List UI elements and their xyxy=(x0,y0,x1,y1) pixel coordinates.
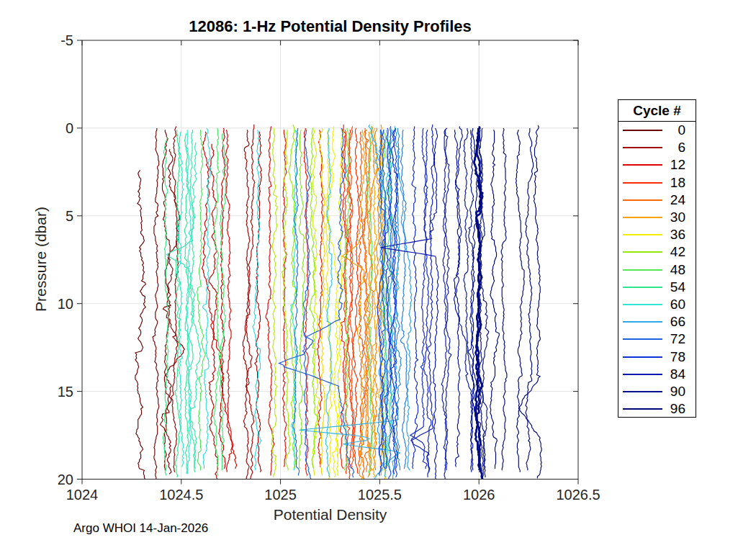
y-tick-label: -5 xyxy=(60,32,73,48)
legend-entry-label: 78 xyxy=(662,349,696,365)
y-tick-label: 5 xyxy=(66,208,73,224)
profile-line xyxy=(171,127,179,472)
profile-line xyxy=(501,128,507,470)
legend-entry: 90 xyxy=(618,383,696,400)
profile-line xyxy=(214,128,220,476)
legend-color-line xyxy=(623,199,662,201)
legend-entry: 36 xyxy=(618,226,696,243)
legend-entry: 60 xyxy=(618,296,696,313)
profile-line xyxy=(441,130,448,479)
legend-color-line xyxy=(623,408,662,410)
x-tick-label: 1026.5 xyxy=(556,487,600,503)
legend-entry: 6 xyxy=(618,139,696,156)
legend-color-line xyxy=(623,234,662,235)
legend-entry-label: 12 xyxy=(662,157,696,173)
legend-entry: 72 xyxy=(618,330,696,348)
legend-entry-label: 72 xyxy=(662,331,696,347)
profile-line xyxy=(135,170,145,479)
legend-title: Cycle # xyxy=(618,100,696,122)
legend-entry-label: 18 xyxy=(662,175,696,191)
legend-entry-label: 30 xyxy=(662,210,696,225)
figure-window: 12086: 1-Hz Potential Density Profiles 1… xyxy=(0,0,756,540)
legend-entry: 96 xyxy=(618,400,696,418)
profile-line xyxy=(468,130,474,470)
legend-color-line xyxy=(623,147,662,148)
legend-entry-label: 60 xyxy=(662,297,696,312)
y-tick-label: 15 xyxy=(58,384,73,400)
legend-entry-label: 0 xyxy=(662,122,696,138)
legend-entry: 54 xyxy=(618,279,696,296)
legend-entry: 24 xyxy=(618,192,696,209)
legend-entries: 06121824303642485460667278849096 xyxy=(618,122,696,417)
profile-line xyxy=(349,127,354,469)
legend-entry-label: 54 xyxy=(662,279,696,295)
y-axis-label: Pressure (dbar) xyxy=(32,207,50,312)
profile-line xyxy=(197,130,206,470)
y-tick-label: 20 xyxy=(58,472,73,487)
legend-entry-label: 42 xyxy=(662,244,696,260)
legend-color-line xyxy=(623,269,662,271)
profile-line xyxy=(412,127,418,469)
legend-entry: 18 xyxy=(618,174,696,192)
y-tick-label: 0 xyxy=(66,120,73,136)
profile-line xyxy=(353,128,360,474)
profile-line xyxy=(282,130,290,470)
legend-color-line xyxy=(623,287,662,288)
legend-entry: 66 xyxy=(618,313,696,330)
y-tick-label: 10 xyxy=(58,296,73,312)
legend-entry: 0 xyxy=(618,122,696,139)
x-tick-label: 1025 xyxy=(264,487,297,503)
x-tick-label: 1024.5 xyxy=(159,487,203,503)
legend-entry: 78 xyxy=(618,348,696,365)
legend-entry-label: 6 xyxy=(662,140,696,156)
profile-line xyxy=(344,128,350,470)
legend-entry: 42 xyxy=(618,243,696,261)
legend-entry: 84 xyxy=(618,366,696,383)
profile-line xyxy=(161,149,185,474)
legend-color-line xyxy=(623,321,662,323)
profile-line xyxy=(454,127,463,467)
legend-color-line xyxy=(623,182,662,184)
legend-color-line xyxy=(623,391,662,392)
x-tick-label: 1024 xyxy=(66,487,99,503)
legend-color-line xyxy=(623,304,662,305)
legend-color-line xyxy=(623,374,662,375)
legend-entry-label: 24 xyxy=(662,192,696,208)
legend-entry: 12 xyxy=(618,156,696,174)
legend-entry-label: 96 xyxy=(662,401,696,417)
profile-line xyxy=(490,130,500,469)
profile-line xyxy=(410,128,428,469)
profile-line xyxy=(444,128,451,470)
legend-color-line xyxy=(623,217,662,218)
legend-color-line xyxy=(623,251,662,253)
legend-entry-label: 90 xyxy=(662,384,696,400)
profile-line xyxy=(516,130,525,472)
legend-entry-label: 66 xyxy=(662,314,696,330)
legend-color-line xyxy=(623,130,662,131)
profile-line xyxy=(225,130,233,472)
watermark-text: Argo WHOI 14-Jan-2026 xyxy=(73,521,208,536)
legend-entry: 48 xyxy=(618,261,696,279)
legend-entry: 30 xyxy=(618,209,696,226)
legend-box: Cycle # 06121824303642485460667278849096 xyxy=(618,99,696,418)
legend-color-line xyxy=(623,338,662,340)
legend-color-line xyxy=(623,356,662,358)
legend-entry-label: 36 xyxy=(662,227,696,243)
legend-color-line xyxy=(623,164,662,166)
x-tick-label: 1026 xyxy=(463,487,495,503)
profile-line xyxy=(300,130,305,469)
x-tick-label: 1025.5 xyxy=(358,487,402,503)
profile-line xyxy=(400,130,408,469)
profile-lines xyxy=(135,125,541,480)
legend-entry-label: 48 xyxy=(662,262,696,278)
profile-line xyxy=(271,128,278,477)
legend-entry-label: 84 xyxy=(662,366,696,382)
